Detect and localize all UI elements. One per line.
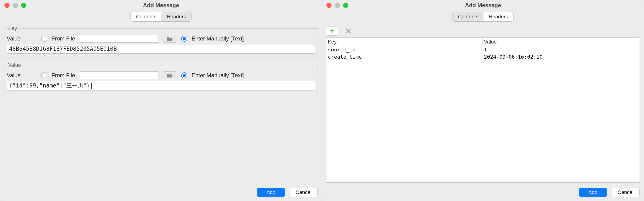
- tab-contents[interactable]: Contents: [453, 12, 484, 21]
- folder-icon: [167, 36, 173, 41]
- close-icon[interactable]: [326, 3, 332, 8]
- enter-manually-label[interactable]: Enter Manually [Text]: [192, 72, 244, 79]
- table-row[interactable]: source_id 1: [326, 46, 640, 53]
- headers-body: Key Value source_id 1 create_time 2024-0…: [322, 24, 644, 186]
- svg-rect-1: [330, 30, 334, 31]
- from-file-radio[interactable]: [41, 36, 47, 42]
- browse-button[interactable]: [163, 35, 177, 43]
- key-text-input[interactable]: [7, 44, 315, 54]
- value-group: Value Value From File Enter Manually [Te…: [4, 62, 318, 94]
- table-head: Key Value: [326, 38, 640, 46]
- key-group: Key Value From File Enter Manually [Text…: [4, 25, 318, 57]
- table-row[interactable]: create_time 2024-09-06 16:02:10: [326, 53, 640, 60]
- minimize-icon: [13, 3, 18, 8]
- from-file-label[interactable]: From File: [52, 35, 75, 42]
- td-value: 1: [482, 46, 640, 53]
- tabs: Contents Headers: [322, 10, 644, 24]
- tabs: Contents Headers: [0, 10, 322, 24]
- folder-icon: [167, 73, 173, 78]
- tab-segment: Contents Headers: [452, 12, 513, 22]
- file-path-input[interactable]: [79, 35, 158, 43]
- footer: Add Cancel: [0, 186, 322, 201]
- add-button[interactable]: Add: [579, 188, 607, 197]
- key-legend: Key: [7, 25, 18, 31]
- key-value-row: Value From File Enter Manually [Text]: [7, 33, 315, 44]
- add-button[interactable]: Add: [257, 188, 285, 197]
- window-title: Add Message: [0, 2, 322, 8]
- add-message-window-contents: Add Message Contents Headers Key Value F…: [0, 0, 322, 201]
- td-key: source_id: [326, 46, 482, 53]
- contents-body: Key Value From File Enter Manually [Text…: [0, 24, 322, 186]
- file-path-input[interactable]: [79, 71, 158, 79]
- browse-button[interactable]: [163, 71, 177, 79]
- minimize-icon: [335, 3, 340, 8]
- td-value: 2024-09-06 16:02:10: [482, 53, 640, 60]
- value-label: Value: [7, 35, 37, 42]
- x-icon: [346, 28, 351, 34]
- value-label: Value: [7, 72, 37, 79]
- headers-table: Key Value source_id 1 create_time 2024-0…: [326, 37, 640, 183]
- th-key[interactable]: Key: [326, 38, 482, 46]
- tab-headers[interactable]: Headers: [162, 12, 191, 21]
- maximize-icon[interactable]: [21, 3, 26, 8]
- td-key: create_time: [326, 53, 482, 60]
- delete-header-button[interactable]: [342, 26, 354, 36]
- enter-manually-label[interactable]: Enter Manually [Text]: [192, 35, 244, 42]
- titlebar: Add Message: [0, 0, 322, 10]
- value-value-row: Value From File Enter Manually [Text]: [7, 70, 315, 81]
- add-message-window-headers: Add Message Contents Headers Key Value s…: [322, 0, 644, 201]
- titlebar: Add Message: [322, 0, 644, 10]
- from-file-radio[interactable]: [41, 72, 47, 78]
- enter-manually-radio[interactable]: [181, 72, 187, 78]
- value-text-input[interactable]: [7, 81, 315, 90]
- tab-headers[interactable]: Headers: [484, 12, 513, 21]
- add-header-button[interactable]: [326, 26, 338, 36]
- cancel-button[interactable]: Cancel: [290, 188, 318, 197]
- th-value[interactable]: Value: [482, 38, 640, 46]
- tab-contents[interactable]: Contents: [131, 12, 162, 21]
- traffic-lights: [0, 3, 26, 8]
- footer: Add Cancel: [322, 186, 644, 201]
- maximize-icon[interactable]: [343, 3, 348, 8]
- close-icon[interactable]: [4, 3, 10, 8]
- headers-toolbar: [326, 25, 640, 37]
- enter-manually-radio[interactable]: [181, 36, 187, 42]
- traffic-lights: [322, 3, 348, 8]
- tab-segment: Contents Headers: [130, 12, 191, 22]
- window-title: Add Message: [322, 2, 644, 8]
- value-legend: Value: [7, 62, 22, 68]
- cancel-button[interactable]: Cancel: [612, 188, 640, 197]
- from-file-label[interactable]: From File: [52, 72, 75, 79]
- plus-icon: [329, 28, 335, 34]
